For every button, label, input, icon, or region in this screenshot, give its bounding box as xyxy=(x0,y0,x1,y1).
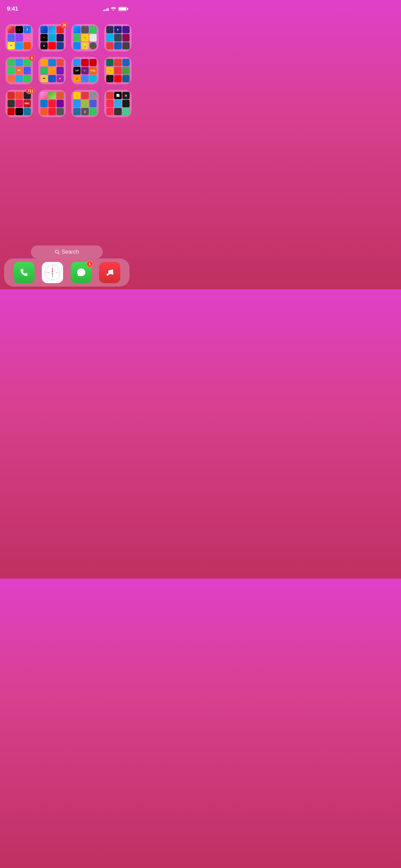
svg-point-15 xyxy=(107,274,109,276)
status-time: 9:41 xyxy=(7,5,18,12)
app-arc xyxy=(40,92,48,99)
app-json: {} xyxy=(81,108,88,115)
app-yahoo xyxy=(57,100,64,107)
app-files2 xyxy=(73,34,81,41)
app-twitch xyxy=(15,34,23,41)
app-redtool xyxy=(81,92,88,99)
app-onenote xyxy=(57,67,64,74)
app-carrot xyxy=(8,75,15,82)
search-bar[interactable]: Search xyxy=(31,245,103,258)
dock-app-music[interactable] xyxy=(99,262,120,283)
app-fin2 xyxy=(114,100,121,107)
app-browser9 xyxy=(57,108,64,115)
app-magnify xyxy=(81,26,88,33)
app-darkfood xyxy=(106,75,113,82)
app-shopify xyxy=(81,100,88,107)
app-bbc: BBC xyxy=(24,100,31,107)
app-game xyxy=(106,42,113,49)
app-news xyxy=(15,92,23,99)
badge-messages: 1 xyxy=(86,261,93,267)
app-word2 xyxy=(48,75,56,82)
dock-app-safari[interactable]: N S E W xyxy=(42,262,63,283)
app-pencil: ✏ xyxy=(40,75,48,82)
app-bookmark xyxy=(122,100,130,107)
status-icons xyxy=(103,7,127,12)
app-mcdonalds: M xyxy=(106,67,113,74)
app-preview xyxy=(73,100,81,107)
app-pen xyxy=(89,100,97,107)
app-snapchat: 👻 xyxy=(8,42,15,49)
app-contacts xyxy=(89,34,97,41)
app-target2 xyxy=(89,59,97,66)
app-fivebelow: 5↓ xyxy=(81,67,88,74)
app-fp: FP xyxy=(15,67,23,74)
app-shopbag xyxy=(73,59,81,66)
phone-icon-bg xyxy=(13,262,35,283)
signal-icon xyxy=(103,7,109,11)
safari-icon-bg: N S E W xyxy=(42,262,63,283)
app-grocery xyxy=(89,75,97,82)
folder-communication[interactable]: 6 FP xyxy=(5,57,33,84)
search-bar-container: Search xyxy=(31,245,103,258)
app-grad xyxy=(8,100,15,107)
app-telegram xyxy=(15,75,23,82)
app-phone2 xyxy=(24,75,31,82)
app-coke xyxy=(114,75,121,82)
folder-shopping[interactable]: UO 5↓ etsy a xyxy=(71,57,99,84)
app-kukufm xyxy=(24,34,31,41)
folder-streaming[interactable]: 26 M S xyxy=(38,24,66,51)
app-messenger xyxy=(24,67,31,74)
app-dark4 xyxy=(114,34,121,41)
app-appstore xyxy=(73,26,81,33)
app-finance1 xyxy=(106,92,113,99)
app-fin3 xyxy=(122,108,130,115)
folder-organization[interactable]: ✏ P xyxy=(38,57,66,84)
app-zoom xyxy=(15,59,23,66)
app-vudu xyxy=(48,26,56,33)
app-doordash2 xyxy=(114,67,121,74)
badge-streaming: 26 xyxy=(61,22,68,28)
folder-food[interactable]: M xyxy=(104,57,132,84)
search-icon xyxy=(55,250,60,254)
app-dark6 xyxy=(122,42,130,49)
dock-app-messages[interactable]: 1 xyxy=(71,262,92,283)
app-remarkable xyxy=(57,59,64,66)
app-notes: ≡ xyxy=(81,34,88,41)
app-prime xyxy=(48,34,56,41)
wifi-icon xyxy=(111,7,116,12)
app-edge xyxy=(40,100,48,107)
app-youtube xyxy=(48,42,56,49)
app-nytimes xyxy=(15,108,23,115)
folder-utility[interactable]: ≡ 💡 xyxy=(71,24,99,51)
app-tools xyxy=(89,108,97,115)
folder-news[interactable]: 711 BBC xyxy=(5,90,33,117)
folder-finance[interactable]: 📈 ▦ xyxy=(104,90,132,117)
folder-social[interactable]: ♪ f 👻 xyxy=(5,24,33,51)
app-greenfood xyxy=(122,67,130,74)
folder-dark[interactable]: E xyxy=(104,24,132,51)
svg-line-1 xyxy=(58,253,59,254)
badge-communication: 6 xyxy=(29,55,35,61)
app-instagram xyxy=(8,26,15,33)
folder-devtools[interactable]: ↓ {} xyxy=(71,90,99,117)
phone-icon xyxy=(19,268,29,277)
svg-point-16 xyxy=(111,273,113,275)
app-dominos xyxy=(122,75,130,82)
app-news2 xyxy=(24,108,31,115)
app-nba xyxy=(57,42,64,49)
search-label: Search xyxy=(62,249,79,255)
app-dark3 xyxy=(122,26,130,33)
app-stocks: 📈 xyxy=(114,92,121,99)
app-redapp xyxy=(114,59,121,66)
dock: N S E W 1 xyxy=(4,258,130,287)
dock-app-phone[interactable] xyxy=(13,262,35,283)
app-brave xyxy=(40,108,48,115)
folder-browsers[interactable] xyxy=(38,90,66,117)
app-ring xyxy=(122,59,130,66)
app-facetime xyxy=(8,59,15,66)
status-bar: 9:41 xyxy=(0,0,134,15)
app-dark5 xyxy=(122,34,130,41)
app-orange xyxy=(48,67,56,74)
app-grid: ♪ f 👻 26 M S ≡ 💡 E xyxy=(0,19,134,123)
app-files xyxy=(48,59,56,66)
